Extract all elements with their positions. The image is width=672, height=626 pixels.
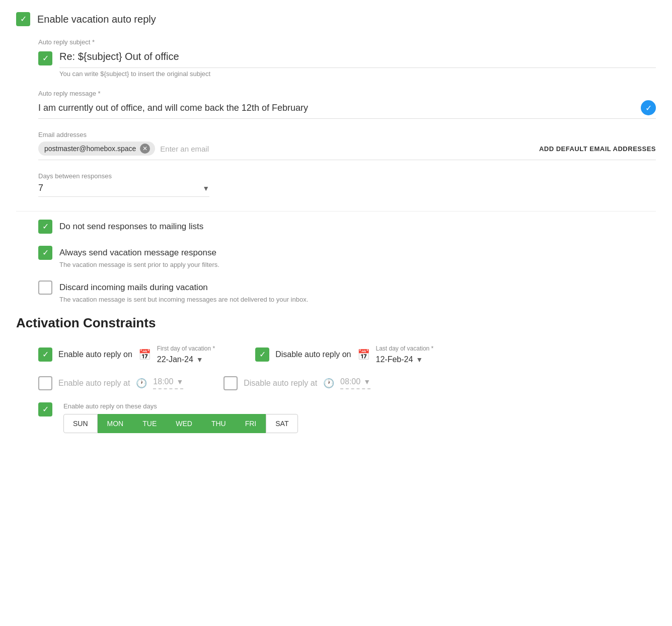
always-send-label: Always send vacation message response xyxy=(59,246,219,260)
email-tag-value: postmaster@homebox.space xyxy=(44,145,136,153)
mailing-list-label: Do not send responses to mailing lists xyxy=(59,220,203,234)
enable-time-dropdown-arrow: ▼ xyxy=(176,378,183,386)
email-input-placeholder: Enter an email xyxy=(160,145,209,153)
enable-auto-reply-on-label: Enable auto reply on xyxy=(58,350,132,359)
day-tue[interactable]: TUE xyxy=(133,414,166,433)
email-addresses-label: Email addresses xyxy=(38,131,656,138)
add-default-email-button[interactable]: ADD DEFAULT EMAIL ADDRESSES xyxy=(539,145,656,153)
disable-time-select[interactable]: 08:00 ▼ xyxy=(340,377,370,389)
first-day-select[interactable]: 22-Jan-24 ▼ xyxy=(157,355,215,364)
last-day-label: Last day of vacation xyxy=(376,345,434,352)
discard-hint: The vacation message is sent but incomin… xyxy=(59,296,308,303)
days-between-label: Days between responses xyxy=(38,172,656,180)
enable-auto-reply-at-label: Enable auto reply at xyxy=(58,379,130,388)
disable-auto-reply-on-label: Disable auto reply on xyxy=(275,350,351,359)
last-day-dropdown-arrow: ▼ xyxy=(416,356,423,364)
subject-hint: You can write ${subject} to insert the o… xyxy=(59,70,656,78)
day-sat[interactable]: SAT xyxy=(266,414,298,433)
enable-time-clock-icon: 🕐 xyxy=(136,378,147,389)
disable-time-dropdown-arrow: ▼ xyxy=(363,378,370,386)
day-fri[interactable]: FRI xyxy=(236,414,266,433)
disable-time-value: 08:00 xyxy=(340,377,360,386)
enable-auto-reply-on-checkbox[interactable]: ✓ xyxy=(38,347,52,362)
email-tag: postmaster@homebox.space ✕ xyxy=(38,142,155,156)
days-schedule-checkbox[interactable]: ✓ xyxy=(38,402,52,416)
activation-heading: Activation Constraints xyxy=(16,315,656,331)
enable-vacation-checkbox[interactable]: ✓ xyxy=(16,12,30,26)
disable-time-clock-icon: 🕐 xyxy=(323,378,334,389)
message-confirm-icon: ✓ xyxy=(641,100,656,115)
days-between-dropdown-arrow: ▼ xyxy=(202,184,209,192)
discard-label: Discard incoming mails during vacation xyxy=(59,281,308,295)
enable-time-value: 18:00 xyxy=(153,377,173,386)
subject-input[interactable] xyxy=(59,49,656,64)
discard-checkbox[interactable] xyxy=(38,281,52,295)
first-day-value: 22-Jan-24 xyxy=(157,355,193,364)
enable-vacation-label: Enable vacation auto reply xyxy=(37,12,156,26)
first-day-label: First day of vacation xyxy=(157,345,215,352)
disable-auto-reply-on-checkbox[interactable]: ✓ xyxy=(255,347,269,362)
last-day-select[interactable]: 12-Feb-24 ▼ xyxy=(376,355,434,364)
day-wed[interactable]: WED xyxy=(166,414,202,433)
message-field-label: Auto reply message xyxy=(38,90,656,97)
message-input[interactable] xyxy=(38,101,637,115)
days-between-select[interactable]: 7 ▼ xyxy=(38,183,209,197)
first-day-calendar-icon[interactable]: 📅 xyxy=(138,349,151,361)
day-thu[interactable]: THU xyxy=(202,414,236,433)
enable-auto-reply-at-checkbox[interactable] xyxy=(38,376,52,390)
always-send-hint: The vacation message is sent prior to ap… xyxy=(59,261,219,268)
remove-email-button[interactable]: ✕ xyxy=(140,144,150,154)
enable-time-select[interactable]: 18:00 ▼ xyxy=(153,377,183,389)
day-mon[interactable]: MON xyxy=(98,414,133,433)
last-day-value: 12-Feb-24 xyxy=(376,355,413,364)
disable-auto-reply-at-label: Disable auto reply at xyxy=(244,379,317,388)
first-day-dropdown-arrow: ▼ xyxy=(196,356,203,364)
last-day-calendar-icon[interactable]: 📅 xyxy=(357,349,370,361)
days-between-value: 7 xyxy=(38,183,202,193)
subject-field-label: Auto reply subject xyxy=(38,38,656,46)
days-schedule-label: Enable auto reply on these days xyxy=(63,402,298,410)
days-row: SUN MON TUE WED THU FRI SAT xyxy=(63,414,298,433)
day-sun[interactable]: SUN xyxy=(63,414,98,433)
disable-auto-reply-at-checkbox[interactable] xyxy=(223,376,238,390)
subject-checkbox[interactable]: ✓ xyxy=(38,51,52,65)
mailing-list-checkbox[interactable]: ✓ xyxy=(38,220,52,234)
always-send-checkbox[interactable]: ✓ xyxy=(38,246,52,260)
